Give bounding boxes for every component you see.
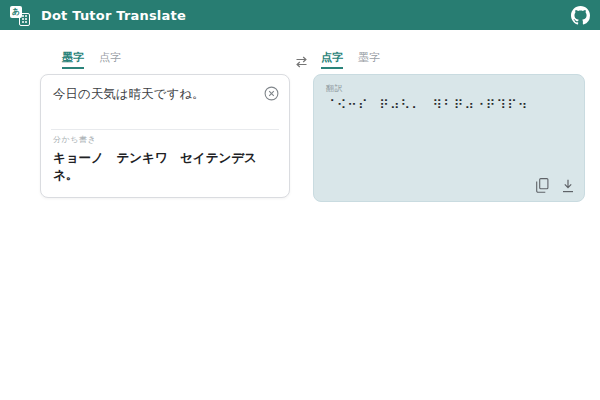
download-icon bbox=[562, 179, 574, 193]
copy-button[interactable] bbox=[536, 178, 549, 193]
source-input[interactable]: 今日の天気は晴天ですね。 bbox=[53, 85, 263, 102]
segmentation-label: 分かち書き bbox=[53, 134, 277, 145]
translate-workspace: 墨字 点字 今日の天気は晴天ですね。 分かち書き キョーノ テンキワ セイテンデ… bbox=[40, 52, 585, 202]
source-card: 今日の天気は晴天ですね。 分かち書き キョーノ テンキワ セイテンデスネ。 bbox=[40, 74, 290, 198]
target-tab-sumiji[interactable]: 墨字 bbox=[358, 52, 380, 69]
braille-output: ⠈⠪⠒⠎⠀⠟⠴⠣⠄⠀⠻⠃⠟⠴⠐⠟⠹⠏⠲ bbox=[314, 94, 584, 113]
target-tab-tenji[interactable]: 点字 bbox=[321, 52, 343, 69]
app-title: Dot Tutor Translate bbox=[41, 8, 186, 23]
segmentation-text: キョーノ テンキワ セイテンデスネ。 bbox=[53, 149, 277, 183]
copy-icon bbox=[536, 178, 549, 193]
braille-square-icon bbox=[19, 13, 30, 26]
app-header: あ Dot Tutor Translate bbox=[0, 0, 600, 30]
source-tab-sumiji[interactable]: 墨字 bbox=[62, 52, 84, 69]
swap-horizontal-icon bbox=[295, 56, 308, 68]
github-icon bbox=[571, 6, 590, 25]
swap-direction-button[interactable] bbox=[293, 54, 310, 70]
card-divider bbox=[51, 129, 279, 130]
source-tab-tenji[interactable]: 点字 bbox=[99, 52, 121, 69]
app-logo-icon: あ bbox=[10, 5, 32, 26]
github-link[interactable] bbox=[571, 6, 590, 25]
source-tabs: 墨字 点字 bbox=[40, 52, 290, 69]
target-tabs: 点字 墨字 bbox=[313, 52, 585, 69]
output-label: 翻訳 bbox=[314, 75, 584, 94]
clear-input-button[interactable] bbox=[263, 85, 280, 102]
download-button[interactable] bbox=[562, 179, 574, 193]
target-card: 翻訳 ⠈⠪⠒⠎⠀⠟⠴⠣⠄⠀⠻⠃⠟⠴⠐⠟⠹⠏⠲ bbox=[313, 74, 585, 202]
circle-x-icon bbox=[264, 86, 279, 101]
